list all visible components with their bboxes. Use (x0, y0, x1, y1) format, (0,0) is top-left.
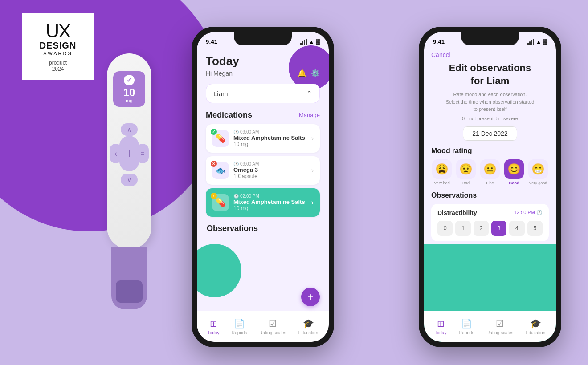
obs-distractibility-card: Distractibility 12:50 PM 🕐 0 1 2 3 4 5 (431, 204, 549, 241)
mood-very-good[interactable]: 😁 Very good (527, 159, 549, 185)
logo-product-text: product (49, 60, 67, 66)
phone2-screen: 9:41 ▲ ▓ Cancel Edit observationsfor Lia… (424, 32, 556, 342)
p2-today-nav-icon: ⊞ (437, 318, 445, 329)
medication-item-3[interactable]: 💊 ! 🕐 02:00 PM Mixed Amphetamine Salts 1… (206, 188, 320, 217)
mood-fine-face: 😐 (480, 159, 500, 179)
distractibility-rating-2[interactable]: 2 (474, 221, 489, 236)
nav-reports[interactable]: 📄 Reports (232, 318, 247, 335)
med1-status-badge: ✓ (211, 129, 217, 135)
today-title: Today (206, 54, 320, 68)
med2-status-badge: ✕ (211, 161, 217, 167)
p2-today-nav-label: Today (435, 330, 447, 335)
med2-dose: 1 Capsule (233, 173, 307, 179)
medication-item-1[interactable]: 💊 ✓ 🕐 09:00 AM Mixed Amphetamine Salts 1… (206, 124, 320, 153)
p2-nav-rating-scales[interactable]: ☑ Rating scales (486, 318, 513, 335)
phone1-status-icons: ▲ ▓ (300, 39, 320, 45)
phone2-notch (461, 32, 519, 45)
mood-bad-face: 😟 (456, 159, 476, 179)
mood-very-bad[interactable]: 😩 Very bad (431, 159, 453, 185)
chevron-icon: ⌃ (306, 89, 312, 97)
inhaler-bottom (111, 247, 147, 309)
med1-icon: 💊 ✓ (212, 130, 229, 147)
settings-icon[interactable]: ⚙️ (311, 69, 320, 77)
mood-very-good-label: Very good (529, 181, 547, 185)
med1-dose: 10 mg (233, 141, 307, 147)
distractibility-rating-4[interactable]: 4 (509, 221, 524, 236)
nav-education[interactable]: 🎓 Education (298, 318, 318, 335)
reports-nav-label: Reports (232, 330, 247, 335)
med3-name: Mixed Amphetamine Salts (233, 199, 307, 205)
rating-nav-label: Rating scales (259, 330, 286, 335)
phone2-status-time: 9:41 (433, 38, 445, 45)
p2-rating-nav-label: Rating scales (486, 330, 513, 335)
edit-obs-description: Rate mood and each observation.Select th… (431, 91, 549, 113)
phone2-signal-icon (527, 39, 534, 45)
distractibility-rating-5[interactable]: 5 (527, 221, 543, 236)
mood-rating-header: Mood rating (431, 147, 549, 155)
inhaler-device: 10 mg (102, 53, 156, 312)
notification-icon[interactable]: 🔔 (298, 69, 306, 77)
obs-distractibility-header: Distractibility 12:50 PM 🕐 (437, 209, 543, 216)
observations-title: Observations (207, 224, 258, 233)
logo-design-text: DESIGN (40, 41, 77, 51)
phone-edit-observations: 9:41 ▲ ▓ Cancel Edit observationsfor Lia… (419, 27, 561, 347)
med3-time: 🕐 02:00 PM (233, 194, 307, 199)
distractibility-rating-0[interactable]: 0 (437, 221, 453, 236)
observations-section-header: Observations (431, 191, 549, 199)
mood-fine[interactable]: 😐 Fine (479, 159, 501, 185)
mood-rating-container: 😩 Very bad 😟 Bad 😐 Fine 😊 Good (431, 159, 549, 185)
inhaler-body: 10 mg (107, 53, 151, 249)
cancel-button[interactable]: Cancel (431, 51, 549, 58)
distractibility-rating-3[interactable]: 3 (491, 221, 506, 236)
p2-nav-reports[interactable]: 📄 Reports (459, 318, 474, 335)
inhaler-down-button[interactable] (121, 174, 138, 186)
inhaler-dose: 10 (123, 87, 135, 98)
mood-very-bad-face: 😩 (432, 159, 452, 179)
p2-nav-today[interactable]: ⊞ Today (435, 318, 447, 335)
mood-good[interactable]: 😊 Good (503, 159, 525, 185)
header-icons: 🔔 ⚙️ (298, 69, 320, 77)
med1-time: 🕐 09:00 AM (233, 130, 307, 134)
signal-bar-1 (300, 43, 302, 45)
distractibility-rating-1[interactable]: 1 (455, 221, 470, 236)
logo-box: UX DESIGN AWARDS product 2024 (22, 13, 94, 80)
distractibility-rating-row: 0 1 2 3 4 5 (437, 221, 543, 236)
nav-today[interactable]: ⊞ Today (208, 318, 220, 335)
inhaler-right-button[interactable] (136, 144, 149, 163)
phone2-battery-icon: ▓ (543, 39, 547, 45)
battery-icon: ▓ (316, 39, 320, 45)
signal-bar-2 (302, 41, 303, 45)
inhaler-screen: 10 mg (113, 71, 145, 107)
today-nav-icon: ⊞ (210, 318, 217, 329)
med2-arrow-icon: › (311, 166, 314, 174)
obs-distractibility-time[interactable]: 12:50 PM 🕐 (514, 210, 543, 215)
inhaler-check-icon (124, 75, 135, 85)
mood-very-good-face: 😁 (528, 159, 548, 179)
phone1-content: Today Hi Megan 🔔 ⚙️ Liam ⌃ Medications M… (197, 48, 329, 313)
nav-rating-scales[interactable]: ☑ Rating scales (259, 318, 286, 335)
p2-signal-bar-4 (533, 39, 534, 45)
phone1-notch (234, 32, 292, 45)
manage-button[interactable]: Manage (299, 112, 320, 118)
phone1-frame: 9:41 ▲ ▓ Today Hi Megan (192, 27, 334, 347)
inhaler-up-button[interactable] (121, 123, 138, 136)
reports-nav-icon: 📄 (234, 318, 245, 329)
fab-add-button[interactable]: + (301, 288, 320, 306)
inhaler-grip (116, 280, 143, 303)
med3-status-badge: ! (211, 193, 217, 199)
p2-signal-bar-3 (531, 40, 532, 45)
p2-reports-nav-label: Reports (459, 330, 474, 335)
inhaler-unit: mg (126, 98, 132, 103)
medication-item-2[interactable]: 🐟 ✕ 🕐 09:00 AM Omega 3 1 Capsule › (206, 156, 320, 185)
patient-selector[interactable]: Liam ⌃ (206, 84, 320, 103)
date-selector[interactable]: 21 Dec 2022 (431, 126, 549, 141)
obs-distractibility-title: Distractibility (437, 209, 477, 216)
p2-education-nav-icon: 🎓 (530, 318, 541, 329)
observations-section: Observations (206, 224, 320, 233)
medications-header: Medications Manage (206, 110, 320, 120)
med1-info: 🕐 09:00 AM Mixed Amphetamine Salts 10 mg (233, 130, 307, 147)
med3-arrow-icon: › (311, 199, 314, 207)
med3-icon: 💊 ! (212, 194, 229, 211)
p2-nav-education[interactable]: 🎓 Education (526, 318, 545, 335)
mood-bad[interactable]: 😟 Bad (455, 159, 477, 185)
